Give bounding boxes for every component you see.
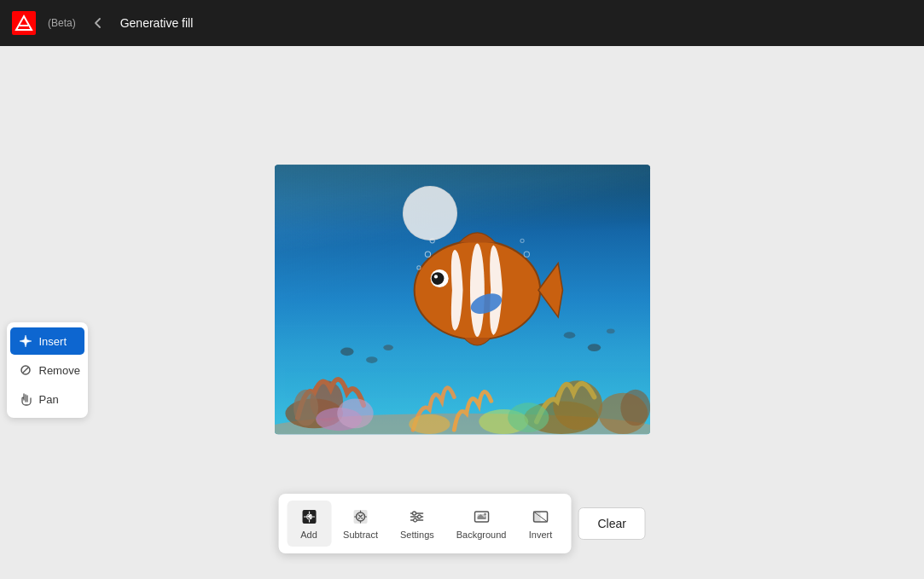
tool-panel: Insert Remove Pan — [7, 322, 88, 418]
invert-icon — [531, 507, 549, 526]
sparkle-icon — [19, 334, 32, 348]
eraser-icon — [19, 363, 32, 377]
tool-remove-label: Remove — [39, 364, 80, 377]
svg-point-22 — [587, 344, 600, 351]
left-toolbar: Insert Remove Pan — [0, 92, 94, 579]
svg-rect-50 — [533, 512, 540, 522]
invert-label: Invert — [529, 530, 553, 540]
tool-remove[interactable]: Remove — [10, 356, 84, 384]
svg-line-4 — [23, 368, 28, 373]
svg-point-14 — [620, 390, 650, 426]
background-icon — [472, 507, 491, 526]
svg-point-31 — [425, 252, 430, 257]
adobe-logo — [12, 11, 36, 35]
add-icon — [299, 507, 318, 526]
svg-point-29 — [431, 272, 444, 285]
page-title: Generative fill — [120, 16, 194, 30]
tool-insert-label: Insert — [39, 335, 67, 348]
clear-button[interactable]: Clear — [578, 507, 645, 540]
svg-point-48 — [484, 513, 486, 516]
subtract-label: Subtract — [343, 530, 378, 540]
svg-point-30 — [434, 275, 438, 278]
svg-point-18 — [340, 347, 353, 356]
hand-icon — [19, 392, 32, 406]
svg-point-19 — [366, 356, 378, 363]
bottom-tool-subtract[interactable]: Subtract — [333, 501, 388, 547]
bottom-tool-background[interactable]: Background — [446, 501, 517, 547]
background-label: Background — [456, 530, 507, 540]
canvas-area: Insert Remove Pan — [0, 46, 924, 579]
reef-scene — [275, 165, 650, 434]
svg-point-17 — [508, 402, 549, 432]
add-label: Add — [300, 530, 317, 540]
tool-insert[interactable]: Insert — [10, 327, 84, 355]
selection-circle — [403, 186, 457, 240]
svg-point-23 — [606, 328, 614, 333]
back-button[interactable] — [86, 13, 110, 33]
bottom-tool-invert[interactable]: Invert — [518, 501, 562, 547]
image-container — [275, 165, 650, 434]
svg-point-8 — [293, 390, 318, 426]
bottom-tool-add[interactable]: Add — [287, 501, 331, 547]
bottom-tool-settings[interactable]: Settings — [390, 501, 445, 547]
main-image — [275, 165, 650, 434]
svg-point-15 — [409, 414, 450, 434]
settings-icon — [408, 507, 427, 526]
svg-point-44 — [418, 515, 421, 518]
beta-tag: (Beta) — [48, 17, 76, 29]
topbar: (Beta) Generative fill — [0, 0, 924, 46]
svg-point-43 — [413, 512, 416, 515]
bottom-toolbar: Add Subtract — [278, 494, 646, 553]
svg-point-35 — [524, 252, 529, 257]
svg-point-45 — [414, 518, 417, 522]
svg-point-25 — [470, 243, 485, 337]
settings-label: Settings — [400, 530, 434, 540]
svg-point-10 — [337, 398, 373, 428]
bottom-panel: Add Subtract — [278, 494, 571, 553]
subtract-icon — [352, 507, 370, 526]
tool-pan[interactable]: Pan — [10, 385, 84, 413]
svg-point-34 — [520, 239, 524, 242]
tool-pan-label: Pan — [39, 393, 59, 406]
